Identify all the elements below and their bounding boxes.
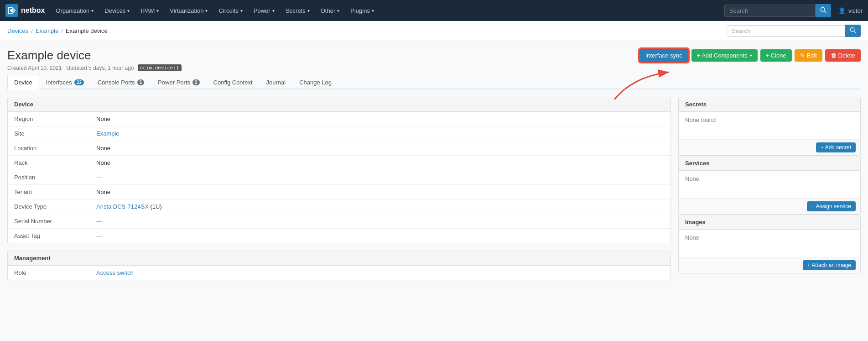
- tab-interfaces-label: Interfaces: [46, 79, 72, 86]
- top-search-button[interactable]: [816, 4, 831, 17]
- services-panel: Services None + Assign service: [678, 156, 861, 215]
- tab-console-ports-label: Console Ports: [98, 79, 135, 86]
- row-value-site: Example: [90, 126, 670, 141]
- secrets-panel: Secrets None found + Add secret: [678, 97, 861, 156]
- clone-button[interactable]: + Clone: [760, 49, 792, 62]
- table-row: Location None: [8, 141, 670, 156]
- nav-item-devices[interactable]: Devices: [100, 5, 134, 17]
- delete-button[interactable]: 🗑 Delete: [825, 49, 861, 62]
- row-value-position: —: [90, 170, 670, 185]
- row-label-asset-tag: Asset Tag: [8, 229, 90, 243]
- page-meta: Created April 13, 2021 · Updated 5 days,…: [7, 64, 182, 71]
- device-panel-body: Region None Site Example Location None: [8, 112, 670, 243]
- nav-item-other[interactable]: Other: [316, 5, 344, 17]
- nav-item-power[interactable]: Power: [249, 5, 279, 17]
- row-value-tenant: None: [90, 185, 670, 199]
- services-none-text: None: [685, 175, 699, 182]
- row-value-asset-tag: —: [90, 229, 670, 243]
- sub-search-input[interactable]: [727, 25, 845, 37]
- row-value-serial: —: [90, 214, 670, 229]
- username: victor: [848, 7, 863, 14]
- attach-image-button[interactable]: + Attach an image: [803, 260, 856, 270]
- table-row: Asset Tag —: [8, 229, 670, 243]
- nav-item-plugins[interactable]: Plugins: [346, 5, 379, 17]
- row-label-rack: Rack: [8, 156, 90, 170]
- device-panel: Device Region None Site Example: [7, 97, 671, 243]
- assign-service-button[interactable]: + Assign service: [807, 201, 856, 211]
- site-link[interactable]: Example: [96, 130, 120, 137]
- add-components-button[interactable]: + Add Components: [691, 49, 758, 62]
- table-row: Serial Number —: [8, 214, 670, 229]
- top-nav-search: [724, 4, 831, 17]
- images-panel-footer: + Attach an image: [679, 257, 860, 273]
- sub-search-icon: [850, 27, 856, 33]
- add-secret-button[interactable]: + Add secret: [816, 142, 856, 152]
- management-panel-body: Role Access switch: [8, 266, 670, 280]
- nav-item-ipam[interactable]: IPAM: [136, 5, 163, 17]
- tab-device[interactable]: Device: [7, 75, 39, 89]
- sub-search-button[interactable]: [845, 25, 861, 37]
- nav-item-secrets[interactable]: Secrets: [281, 5, 314, 17]
- table-row: Tenant None: [8, 185, 670, 199]
- device-type-link[interactable]: Arista DCS-7124SX: [96, 203, 149, 210]
- app-logo[interactable]: netbox: [5, 4, 45, 17]
- management-panel: Management Role Access switch: [7, 251, 671, 280]
- svg-point-1: [10, 9, 14, 12]
- edit-button[interactable]: ✎ Edit: [795, 49, 822, 62]
- images-panel: Images None + Attach an image: [678, 215, 861, 273]
- breadcrumb-example[interactable]: Example: [36, 27, 59, 34]
- sub-nav-search: [727, 25, 861, 37]
- row-label-region: Region: [8, 112, 90, 126]
- tab-power-ports[interactable]: Power Ports 2: [151, 75, 206, 89]
- page-meta-text: Created April 13, 2021 · Updated 5 days,…: [7, 65, 134, 71]
- tab-interfaces[interactable]: Interfaces 22: [39, 75, 91, 89]
- tab-change-log-label: Change Log: [299, 79, 332, 86]
- row-label-serial: Serial Number: [8, 214, 90, 229]
- secrets-panel-body: None found: [679, 112, 860, 139]
- device-panel-heading: Device: [8, 97, 670, 112]
- services-panel-footer: + Assign service: [679, 198, 860, 214]
- app-logo-text: netbox: [21, 6, 45, 15]
- breadcrumb-devices[interactable]: Devices: [7, 27, 28, 34]
- user-menu[interactable]: 👤 victor: [838, 7, 863, 14]
- content-grid: Device Region None Site Example: [7, 97, 861, 288]
- nav-item-circuits[interactable]: Circuits: [214, 5, 247, 17]
- page-title: Example device: [7, 48, 182, 63]
- main-content: Example device Created April 13, 2021 · …: [0, 41, 868, 288]
- services-panel-heading: Services: [679, 156, 860, 171]
- svg-line-5: [854, 31, 856, 33]
- breadcrumb-sep-2: /: [61, 27, 63, 34]
- interface-sync-button[interactable]: Interface sync: [639, 48, 689, 63]
- page-header-left: Example device Created April 13, 2021 · …: [7, 48, 182, 71]
- row-label-device-type: Device Type: [8, 199, 90, 214]
- images-panel-body: None: [679, 230, 860, 257]
- page-header-actions: Interface sync + Add Components + Clone …: [639, 48, 861, 63]
- row-label-location: Location: [8, 141, 90, 156]
- table-row: Site Example: [8, 126, 670, 141]
- role-link[interactable]: Access switch: [96, 269, 134, 276]
- tab-console-ports-badge: 1: [137, 79, 145, 85]
- images-none-text: None: [685, 234, 699, 241]
- table-row: Device Type Arista DCS-7124SX (1U): [8, 199, 670, 214]
- row-label-role: Role: [8, 266, 90, 280]
- row-value-device-type: Arista DCS-7124SX (1U): [90, 199, 670, 214]
- row-label-site: Site: [8, 126, 90, 141]
- secrets-panel-footer: + Add secret: [679, 139, 860, 155]
- nav-item-virtualization[interactable]: Virtualization: [165, 5, 212, 17]
- management-table: Role Access switch: [8, 266, 670, 280]
- tab-console-ports[interactable]: Console Ports 1: [91, 75, 151, 89]
- breadcrumb: Devices / Example / Example device: [7, 27, 108, 34]
- tab-device-label: Device: [14, 79, 32, 86]
- tab-journal[interactable]: Journal: [260, 75, 293, 89]
- device-tabs: Device Interfaces 22 Console Ports 1 Pow…: [7, 75, 861, 89]
- top-search-input[interactable]: [724, 5, 816, 17]
- tab-power-ports-badge: 2: [192, 79, 200, 85]
- nav-item-organization[interactable]: Organization: [51, 5, 98, 17]
- dcim-badge: dcim.device:1: [138, 64, 182, 71]
- netbox-logo-icon: [5, 4, 18, 17]
- svg-point-4: [850, 27, 854, 31]
- secrets-panel-heading: Secrets: [679, 97, 860, 112]
- tab-change-log[interactable]: Change Log: [292, 75, 338, 89]
- tab-config-context[interactable]: Config Context: [207, 75, 260, 89]
- right-column: Secrets None found + Add secret Services…: [678, 97, 861, 288]
